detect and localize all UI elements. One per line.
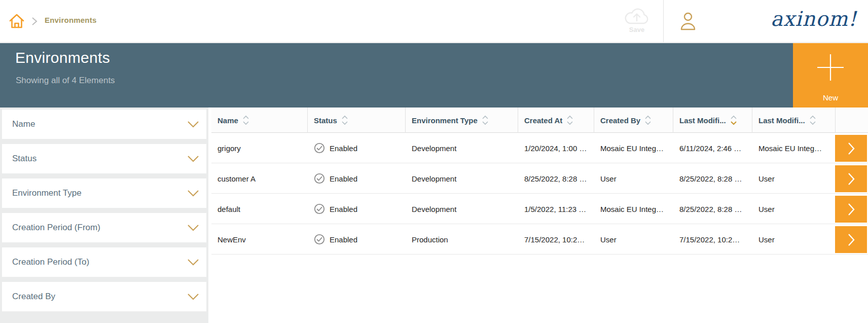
- save-button-label: Save: [619, 26, 655, 33]
- filter-label: Creation Period (To): [12, 257, 89, 267]
- column-label: Created At: [524, 116, 562, 125]
- cell-last-modified-at: 8/25/2022, 8:28 …: [679, 163, 751, 194]
- sort-carets-icon: [644, 115, 652, 126]
- table-header-row: Name Status Environment Type Created At …: [211, 107, 868, 133]
- cloud-upload-icon: [619, 7, 655, 27]
- user-menu-button[interactable]: [677, 11, 699, 32]
- cell-environment-type: Development: [412, 163, 515, 194]
- cell-created-by: User: [600, 224, 672, 255]
- sort-carets-icon: [242, 115, 249, 126]
- chevron-down-icon: [187, 155, 199, 162]
- cell-last-modified-by: User: [758, 163, 834, 194]
- column-header-status[interactable]: Status: [308, 107, 406, 133]
- breadcrumb-current[interactable]: Environments: [45, 16, 96, 24]
- filter-sidebar: Name Status Environment Type Creation Pe…: [0, 107, 208, 323]
- column-label: Environment Type: [412, 116, 478, 125]
- filter-card-creation-period-to[interactable]: Creation Period (To): [2, 247, 206, 277]
- cell-name: customer A: [218, 163, 305, 194]
- filter-card-status[interactable]: Status: [2, 144, 206, 173]
- filter-label: Status: [12, 154, 37, 164]
- sort-carets-icon: [809, 115, 816, 126]
- filter-card-name[interactable]: Name: [2, 110, 206, 139]
- table-row: NewEnv Enabled Production 7/15/2022, 10:…: [211, 224, 868, 255]
- column-label: Created By: [600, 116, 640, 125]
- table-row: customer A Enabled Development 8/25/2022…: [211, 163, 868, 194]
- chevron-down-icon: [187, 121, 199, 128]
- user-icon: [677, 11, 699, 32]
- filter-label: Name: [12, 119, 35, 129]
- cell-last-modified-at: 7/15/2022, 10:2…: [679, 224, 751, 255]
- chevron-down-icon: [187, 293, 199, 300]
- chevron-down-icon: [187, 259, 199, 266]
- filter-card-creation-period-from[interactable]: Creation Period (From): [2, 213, 206, 242]
- cell-created-at: 8/25/2022, 8:28 …: [524, 163, 593, 194]
- cell-last-modified-by: User: [758, 224, 834, 255]
- cell-status: Enabled: [314, 224, 403, 255]
- chevron-right-icon: [847, 172, 855, 186]
- environments-table: Name Status Environment Type Created At …: [211, 107, 868, 323]
- column-header-last-modified-at[interactable]: Last Modifi...: [673, 107, 752, 133]
- row-open-button[interactable]: [835, 196, 867, 223]
- status-text: Enabled: [330, 235, 357, 244]
- chevron-right-icon: [847, 233, 855, 247]
- cell-created-at: 7/15/2022, 10:2…: [524, 224, 593, 255]
- row-open-button[interactable]: [835, 135, 867, 162]
- cell-created-by: User: [600, 163, 672, 194]
- check-circle-icon: [314, 203, 325, 214]
- cell-status: Enabled: [314, 133, 403, 163]
- filter-card-created-by[interactable]: Created By: [2, 282, 206, 311]
- plus-icon: [814, 51, 847, 84]
- row-open-button[interactable]: [835, 165, 867, 192]
- row-open-button[interactable]: [835, 226, 867, 253]
- sort-carets-icon: [341, 115, 348, 126]
- chevron-right-icon: [847, 141, 855, 156]
- column-header-last-modified-by[interactable]: Last Modifi...: [752, 107, 835, 133]
- column-header-created-at[interactable]: Created At: [518, 107, 594, 133]
- topbar-divider: [663, 0, 664, 43]
- home-button[interactable]: [8, 13, 25, 30]
- table-row: default Enabled Development 1/5/2022, 11…: [211, 194, 868, 224]
- new-button-label: New: [793, 93, 868, 102]
- check-circle-icon: [314, 234, 325, 245]
- chevron-right-icon: [847, 202, 855, 217]
- column-label: Last Modifi...: [758, 116, 805, 125]
- column-label: Status: [314, 116, 337, 125]
- cell-last-modified-by: Mosaic EU Integ…: [758, 133, 834, 163]
- filter-card-environment-type[interactable]: Environment Type: [2, 178, 206, 208]
- top-bar: Environments Save axinom!: [0, 0, 868, 43]
- column-label: Name: [218, 116, 238, 125]
- status-text: Enabled: [330, 174, 357, 183]
- column-header-name[interactable]: Name: [211, 107, 308, 133]
- home-icon: [8, 13, 25, 30]
- new-button[interactable]: New: [793, 43, 868, 108]
- save-button[interactable]: Save: [619, 7, 655, 37]
- cell-name: NewEnv: [218, 224, 305, 255]
- cell-last-modified-at: 6/11/2024, 2:46 …: [679, 133, 751, 163]
- sort-carets-icon: [730, 115, 737, 126]
- check-circle-icon: [314, 142, 325, 154]
- cell-environment-type: Development: [412, 133, 515, 163]
- status-text: Enabled: [330, 144, 357, 153]
- cell-created-by: Mosaic EU Integ…: [600, 194, 672, 224]
- table-row: grigory Enabled Development 1/20/2024, 1…: [211, 133, 868, 163]
- cell-created-by: Mosaic EU Integ…: [600, 133, 672, 163]
- cell-environment-type: Development: [412, 194, 515, 224]
- table-body: grigory Enabled Development 1/20/2024, 1…: [211, 133, 868, 255]
- column-header-created-by[interactable]: Created By: [594, 107, 673, 133]
- sort-carets-icon: [566, 115, 573, 126]
- cell-status: Enabled: [314, 163, 403, 194]
- chevron-down-icon: [187, 190, 199, 197]
- filter-label: Environment Type: [12, 188, 82, 198]
- cell-name: grigory: [218, 133, 305, 163]
- breadcrumb-separator-icon: [31, 17, 38, 26]
- cell-created-at: 1/20/2024, 1:00 …: [524, 133, 593, 163]
- sort-carets-icon: [482, 115, 489, 126]
- column-header-actions: [835, 107, 868, 133]
- cell-last-modified-at: 8/25/2022, 8:28 …: [679, 194, 751, 224]
- cell-status: Enabled: [314, 194, 403, 224]
- status-text: Enabled: [330, 205, 357, 213]
- cell-environment-type: Production: [412, 224, 515, 255]
- column-header-environment-type[interactable]: Environment Type: [406, 107, 518, 133]
- cell-name: default: [218, 194, 305, 224]
- filter-label: Created By: [12, 292, 55, 302]
